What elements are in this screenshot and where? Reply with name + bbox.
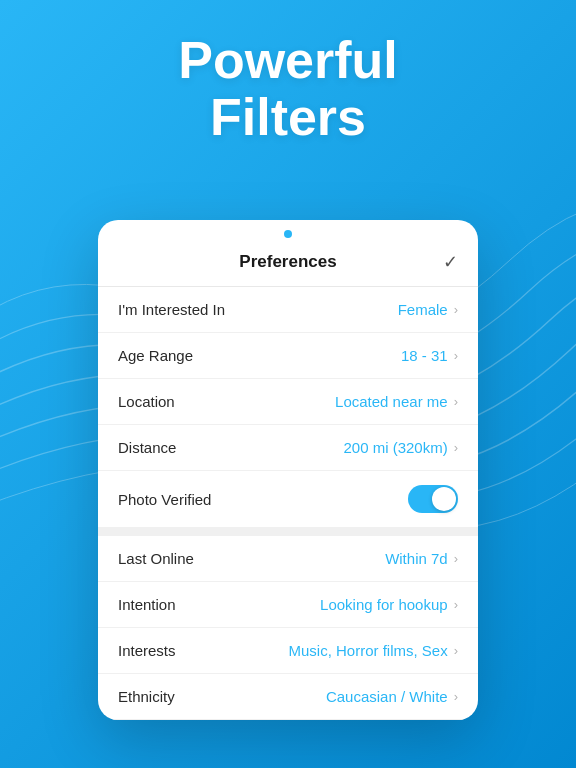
age-range-value: 18 - 31 [401, 347, 448, 364]
age-range-label: Age Range [118, 347, 193, 364]
age-range-chevron: › [454, 348, 458, 363]
distance-chevron: › [454, 440, 458, 455]
photo-verified-toggle[interactable] [408, 485, 458, 513]
intention-chevron: › [454, 597, 458, 612]
age-range-value-group: 18 - 31 › [401, 347, 458, 364]
distance-value: 200 mi (320km) [343, 439, 447, 456]
interested-in-chevron: › [454, 302, 458, 317]
intention-label: Intention [118, 596, 176, 613]
interests-row[interactable]: Interests Music, Horror films, Sex › [98, 628, 478, 674]
location-label: Location [118, 393, 175, 410]
interested-in-label: I'm Interested In [118, 301, 225, 318]
interests-label: Interests [118, 642, 176, 659]
location-row[interactable]: Location Located near me › [98, 379, 478, 425]
section-divider [98, 528, 478, 536]
preferences-title: Preferences [239, 252, 336, 272]
distance-row[interactable]: Distance 200 mi (320km) › [98, 425, 478, 471]
ethnicity-chevron: › [454, 689, 458, 704]
interested-in-row[interactable]: I'm Interested In Female › [98, 287, 478, 333]
ethnicity-value-group: Caucasian / White › [326, 688, 458, 705]
ethnicity-label: Ethnicity [118, 688, 175, 705]
location-value: Located near me [335, 393, 448, 410]
hero-section: Powerful Filters [0, 32, 576, 146]
hero-title: Powerful Filters [0, 32, 576, 146]
interests-value: Music, Horror films, Sex [288, 642, 447, 659]
last-online-row[interactable]: Last Online Within 7d › [98, 536, 478, 582]
section-1: I'm Interested In Female › Age Range 18 … [98, 287, 478, 528]
interests-chevron: › [454, 643, 458, 658]
photo-verified-label: Photo Verified [118, 491, 211, 508]
preferences-header: Preferences ✓ [98, 242, 478, 287]
interested-in-value-group: Female › [398, 301, 458, 318]
intention-value: Looking for hookup [320, 596, 448, 613]
notch-dot [284, 230, 292, 238]
last-online-value: Within 7d [385, 550, 448, 567]
distance-value-group: 200 mi (320km) › [343, 439, 458, 456]
last-online-value-group: Within 7d › [385, 550, 458, 567]
phone-notch [98, 220, 478, 242]
ethnicity-value: Caucasian / White [326, 688, 448, 705]
intention-row[interactable]: Intention Looking for hookup › [98, 582, 478, 628]
ethnicity-row[interactable]: Ethnicity Caucasian / White › [98, 674, 478, 720]
toggle-thumb [432, 487, 456, 511]
intention-value-group: Looking for hookup › [320, 596, 458, 613]
distance-label: Distance [118, 439, 176, 456]
last-online-chevron: › [454, 551, 458, 566]
location-value-group: Located near me › [335, 393, 458, 410]
interests-value-group: Music, Horror films, Sex › [288, 642, 458, 659]
last-online-label: Last Online [118, 550, 194, 567]
interested-in-value: Female [398, 301, 448, 318]
check-icon[interactable]: ✓ [443, 251, 458, 273]
photo-verified-row: Photo Verified [98, 471, 478, 528]
preferences-card: Preferences ✓ I'm Interested In Female ›… [98, 220, 478, 720]
age-range-row[interactable]: Age Range 18 - 31 › [98, 333, 478, 379]
section-2: Last Online Within 7d › Intention Lookin… [98, 536, 478, 720]
photo-verified-toggle-container [408, 485, 458, 513]
location-chevron: › [454, 394, 458, 409]
